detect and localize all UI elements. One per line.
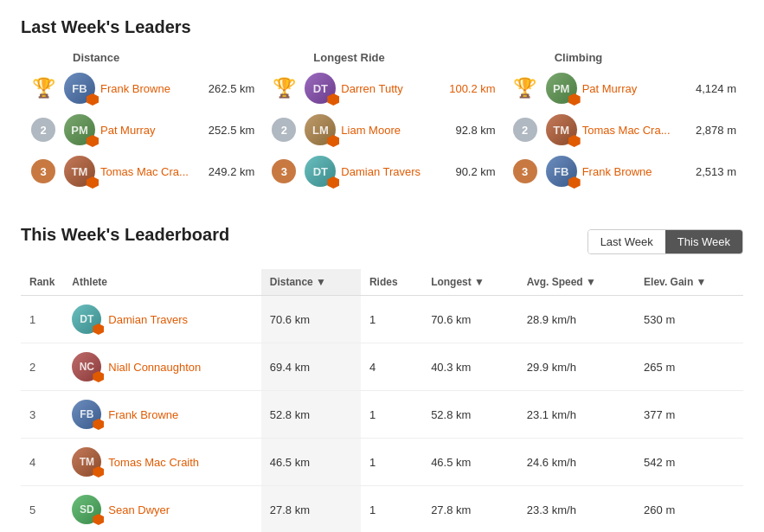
table-avatar: SD: [72, 495, 101, 524]
leader-name[interactable]: Damian Travers: [341, 165, 450, 178]
avatar: FB: [64, 73, 95, 104]
rank-1-trophy: 🏆: [510, 77, 541, 99]
leader-value: 2,513 m: [696, 165, 736, 178]
leader-row: 🏆FBFrank Browne262.5 km: [28, 73, 254, 104]
athlete-cell: NCNiall Connaughton: [63, 343, 260, 391]
athlete-info: TMTomas Mac Craith: [72, 447, 252, 477]
leaderboard-table: RankAthleteDistance ▼RidesLongest ▼Avg. …: [21, 269, 743, 532]
leader-row: 🏆DTDarren Tutty100.2 km: [268, 73, 495, 104]
leader-name[interactable]: Pat Murray: [582, 82, 690, 95]
avg-speed-cell: 23.1 km/h: [518, 391, 635, 439]
col-header-athlete: Athlete: [63, 269, 260, 296]
leaders-category-distance: Distance🏆FBFrank Browne262.5 km2PMPat Mu…: [21, 51, 261, 197]
bronze-medal: 3: [272, 159, 296, 183]
leaderboard-header: This Week's Leaderboard Last Week This W…: [21, 225, 743, 259]
rank-2-trophy: 2: [268, 118, 299, 142]
table-avatar: NC: [72, 352, 101, 381]
athlete-info: FBFrank Browne: [72, 400, 252, 429]
table-row: 5SDSean Dwyer27.8 km127.8 km23.3 km/h260…: [21, 486, 743, 533]
athlete-name[interactable]: Frank Browne: [108, 408, 178, 421]
last-week-title: Last Week's Leaders: [21, 17, 743, 37]
rides-cell: 1: [361, 391, 422, 439]
avatar: TM: [64, 156, 95, 187]
leader-value: 100.2 km: [449, 82, 495, 95]
rank-1-trophy: 🏆: [268, 77, 299, 99]
rank-cell: 4: [21, 439, 63, 486]
table-row: 1DTDamian Travers70.6 km170.6 km28.9 km/…: [21, 296, 743, 343]
rank-1-trophy: 🏆: [28, 77, 59, 99]
rides-cell: 1: [361, 486, 422, 533]
leader-value: 2,878 m: [696, 124, 736, 137]
leader-row: 3DTDamian Travers90.2 km: [268, 156, 495, 187]
rank-cell: 3: [21, 391, 63, 439]
leader-name[interactable]: Frank Browne: [100, 82, 203, 95]
last-week-toggle-btn[interactable]: Last Week: [588, 230, 665, 253]
col-header-avg-speed[interactable]: Avg. Speed ▼: [518, 269, 635, 296]
athlete-info: DTDamian Travers: [72, 304, 252, 334]
rank-3-trophy: 3: [28, 159, 59, 183]
leader-row: 3FBFrank Browne2,513 m: [510, 156, 736, 187]
this-week-title: This Week's Leaderboard: [21, 225, 229, 245]
athlete-name[interactable]: Sean Dwyer: [108, 503, 170, 516]
leader-name[interactable]: Pat Murray: [100, 124, 203, 137]
leader-name[interactable]: Tomas Mac Cra...: [100, 165, 203, 178]
col-header-rides: Rides: [361, 269, 422, 296]
athlete-name[interactable]: Tomas Mac Craith: [108, 456, 199, 469]
table-avatar: FB: [72, 400, 101, 429]
elev-gain-cell: 530 m: [635, 296, 743, 343]
longest-cell: 46.5 km: [422, 439, 518, 486]
table-header: RankAthleteDistance ▼RidesLongest ▼Avg. …: [21, 269, 743, 296]
leader-name[interactable]: Darren Tutty: [341, 82, 444, 95]
col-header-rank: Rank: [21, 269, 63, 296]
leader-name[interactable]: Frank Browne: [582, 165, 690, 178]
longest-cell: 52.8 km: [422, 391, 518, 439]
distance-cell: 46.5 km: [261, 439, 361, 486]
leader-row: 2TMTomas Mac Cra...2,878 m: [510, 114, 736, 145]
rank-3-trophy: 3: [510, 159, 541, 183]
leader-value: 262.5 km: [209, 82, 254, 95]
athlete-cell: DTDamian Travers: [63, 296, 260, 343]
bronze-medal: 3: [31, 159, 55, 183]
table-row: 4TMTomas Mac Craith46.5 km146.5 km24.6 k…: [21, 439, 743, 486]
gold-trophy-icon: 🏆: [273, 77, 296, 99]
silver-medal: 2: [272, 118, 296, 142]
category-header: Longest Ride: [268, 51, 495, 64]
avg-speed-cell: 29.9 km/h: [518, 343, 635, 391]
avg-speed-cell: 28.9 km/h: [518, 296, 635, 343]
leader-name[interactable]: Liam Moore: [341, 124, 450, 137]
header-row: RankAthleteDistance ▼RidesLongest ▼Avg. …: [21, 269, 743, 296]
avatar: PM: [64, 114, 95, 145]
elev-gain-cell: 260 m: [635, 486, 743, 533]
rank-cell: 2: [21, 343, 63, 391]
leaders-category-climbing: Climbing🏆PMPat Murray4,124 m2TMTomas Mac…: [503, 51, 743, 197]
leader-row: 2PMPat Murray252.5 km: [28, 114, 254, 145]
athlete-name[interactable]: Damian Travers: [108, 313, 188, 326]
leader-row: 🏆PMPat Murray4,124 m: [510, 73, 736, 104]
leader-row: 2LMLiam Moore92.8 km: [268, 114, 495, 145]
leader-value: 92.8 km: [455, 124, 495, 137]
table-avatar: TM: [72, 447, 101, 477]
week-toggle: Last Week This Week: [587, 229, 743, 254]
leader-value: 252.5 km: [209, 124, 254, 137]
this-week-toggle-btn[interactable]: This Week: [665, 230, 742, 253]
avatar: PM: [546, 73, 577, 104]
avatar: FB: [546, 156, 577, 187]
col-header-longest[interactable]: Longest ▼: [422, 269, 518, 296]
athlete-info: SDSean Dwyer: [72, 495, 252, 524]
elev-gain-cell: 265 m: [635, 343, 743, 391]
col-header-elev-gain[interactable]: Elev. Gain ▼: [635, 269, 743, 296]
rank-2-trophy: 2: [28, 118, 59, 142]
rides-cell: 1: [361, 296, 422, 343]
col-header-distance[interactable]: Distance ▼: [261, 269, 361, 296]
rides-cell: 4: [361, 343, 422, 391]
leader-name[interactable]: Tomas Mac Cra...: [582, 124, 690, 137]
athlete-name[interactable]: Niall Connaughton: [108, 361, 201, 374]
leaders-category-longest-ride: Longest Ride🏆DTDarren Tutty100.2 km2LMLi…: [261, 51, 502, 197]
leader-value: 249.2 km: [209, 165, 254, 178]
category-header: Distance: [28, 51, 254, 64]
distance-cell: 52.8 km: [261, 391, 361, 439]
category-header: Climbing: [510, 51, 736, 64]
rank-cell: 1: [21, 296, 63, 343]
rank-2-trophy: 2: [510, 118, 541, 142]
gold-trophy-icon: 🏆: [32, 77, 55, 99]
